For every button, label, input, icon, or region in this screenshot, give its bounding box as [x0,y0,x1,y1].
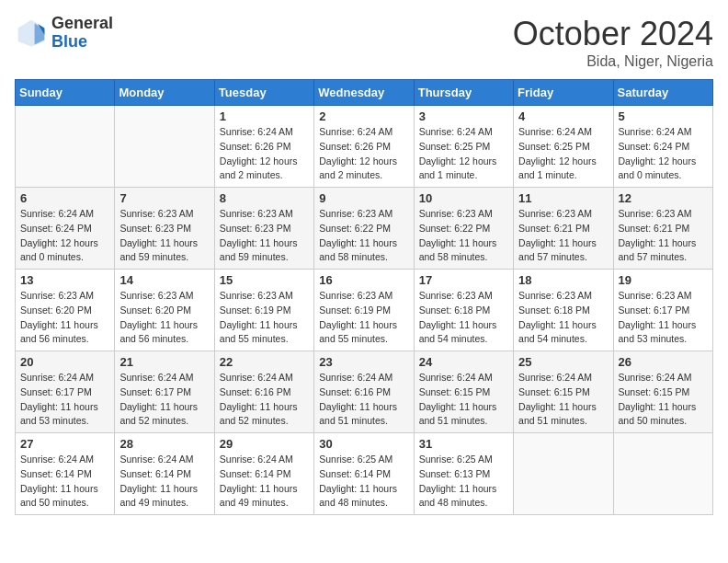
day-number: 27 [20,437,109,451]
calendar-week-row: 13Sunrise: 6:23 AMSunset: 6:20 PMDayligh… [16,270,713,351]
calendar-week-row: 6Sunrise: 6:24 AMSunset: 6:24 PMDaylight… [16,188,713,270]
day-info: Sunrise: 6:24 AMSunset: 6:24 PMDaylight:… [619,125,708,183]
day-number: 29 [220,437,309,451]
calendar-cell: 16Sunrise: 6:23 AMSunset: 6:19 PMDayligh… [314,270,414,351]
day-number: 10 [419,191,508,205]
weekday-header: Thursday [414,80,513,106]
calendar-cell: 23Sunrise: 6:24 AMSunset: 6:16 PMDayligh… [314,351,414,433]
calendar-table: SundayMondayTuesdayWednesdayThursdayFrid… [15,79,713,515]
calendar-cell: 13Sunrise: 6:23 AMSunset: 6:20 PMDayligh… [16,270,115,351]
weekday-header: Wednesday [314,80,414,106]
day-number: 5 [619,109,708,123]
calendar-cell: 6Sunrise: 6:24 AMSunset: 6:24 PMDaylight… [16,188,115,270]
day-info: Sunrise: 6:23 AMSunset: 6:21 PMDaylight:… [619,207,708,265]
calendar-week-row: 27Sunrise: 6:24 AMSunset: 6:14 PMDayligh… [16,433,713,515]
day-number: 8 [220,191,309,205]
day-info: Sunrise: 6:24 AMSunset: 6:25 PMDaylight:… [518,125,608,183]
location-title: Bida, Niger, Nigeria [513,53,713,70]
day-number: 21 [119,355,209,369]
day-info: Sunrise: 6:24 AMSunset: 6:17 PMDaylight:… [20,371,109,429]
day-info: Sunrise: 6:25 AMSunset: 6:13 PMDaylight:… [419,453,508,511]
day-number: 23 [319,355,408,369]
day-info: Sunrise: 6:23 AMSunset: 6:18 PMDaylight:… [419,289,508,347]
day-info: Sunrise: 6:24 AMSunset: 6:16 PMDaylight:… [220,371,309,429]
day-info: Sunrise: 6:23 AMSunset: 6:20 PMDaylight:… [119,289,209,347]
day-number: 26 [619,355,708,369]
day-number: 14 [119,273,209,287]
day-info: Sunrise: 6:23 AMSunset: 6:18 PMDaylight:… [518,289,608,347]
day-info: Sunrise: 6:23 AMSunset: 6:17 PMDaylight:… [619,289,708,347]
calendar-cell: 30Sunrise: 6:25 AMSunset: 6:14 PMDayligh… [314,433,414,515]
day-info: Sunrise: 6:24 AMSunset: 6:14 PMDaylight:… [220,453,309,511]
calendar-cell: 18Sunrise: 6:23 AMSunset: 6:18 PMDayligh… [514,270,613,351]
day-number: 30 [319,437,408,451]
calendar-cell: 19Sunrise: 6:23 AMSunset: 6:17 PMDayligh… [613,270,712,351]
logo-blue: Blue [51,33,113,52]
calendar-cell [514,433,613,515]
logo-text: General Blue [51,15,113,52]
day-number: 12 [619,191,708,205]
day-info: Sunrise: 6:24 AMSunset: 6:15 PMDaylight:… [619,371,708,429]
calendar-cell: 21Sunrise: 6:24 AMSunset: 6:17 PMDayligh… [115,351,214,433]
day-number: 16 [319,273,408,287]
day-info: Sunrise: 6:23 AMSunset: 6:19 PMDaylight:… [319,289,408,347]
calendar-cell: 31Sunrise: 6:25 AMSunset: 6:13 PMDayligh… [414,433,513,515]
weekday-header: Tuesday [214,80,313,106]
calendar-cell: 3Sunrise: 6:24 AMSunset: 6:25 PMDaylight… [414,106,513,188]
day-number: 19 [619,273,708,287]
calendar-cell [16,106,115,188]
calendar-cell: 2Sunrise: 6:24 AMSunset: 6:26 PMDaylight… [314,106,414,188]
calendar-cell: 26Sunrise: 6:24 AMSunset: 6:15 PMDayligh… [613,351,712,433]
day-info: Sunrise: 6:24 AMSunset: 6:26 PMDaylight:… [319,125,408,183]
title-block: October 2024 Bida, Niger, Nigeria [513,15,713,70]
calendar-cell: 9Sunrise: 6:23 AMSunset: 6:22 PMDaylight… [314,188,414,270]
calendar-cell: 4Sunrise: 6:24 AMSunset: 6:25 PMDaylight… [514,106,613,188]
day-number: 2 [319,109,408,123]
day-number: 25 [518,355,608,369]
calendar-cell: 28Sunrise: 6:24 AMSunset: 6:14 PMDayligh… [115,433,214,515]
weekday-header: Sunday [16,80,115,106]
calendar-cell: 24Sunrise: 6:24 AMSunset: 6:15 PMDayligh… [414,351,513,433]
day-info: Sunrise: 6:24 AMSunset: 6:14 PMDaylight:… [20,453,109,511]
calendar-cell: 29Sunrise: 6:24 AMSunset: 6:14 PMDayligh… [214,433,313,515]
day-number: 13 [20,273,109,287]
logo-general: General [51,15,113,33]
day-info: Sunrise: 6:23 AMSunset: 6:22 PMDaylight:… [419,207,508,265]
day-number: 3 [419,109,508,123]
day-info: Sunrise: 6:23 AMSunset: 6:19 PMDaylight:… [220,289,309,347]
day-info: Sunrise: 6:23 AMSunset: 6:23 PMDaylight:… [220,207,309,265]
calendar-cell: 8Sunrise: 6:23 AMSunset: 6:23 PMDaylight… [214,188,313,270]
day-number: 18 [518,273,608,287]
day-number: 9 [319,191,408,205]
page-header: General Blue October 2024 Bida, Niger, N… [15,15,713,70]
day-info: Sunrise: 6:24 AMSunset: 6:15 PMDaylight:… [518,371,608,429]
day-number: 22 [220,355,309,369]
weekday-header: Saturday [613,80,712,106]
day-info: Sunrise: 6:23 AMSunset: 6:20 PMDaylight:… [20,289,109,347]
day-number: 24 [419,355,508,369]
calendar-cell: 1Sunrise: 6:24 AMSunset: 6:26 PMDaylight… [214,106,313,188]
day-info: Sunrise: 6:24 AMSunset: 6:26 PMDaylight:… [220,125,309,183]
day-number: 4 [518,109,608,123]
calendar-cell [115,106,214,188]
calendar-cell: 27Sunrise: 6:24 AMSunset: 6:14 PMDayligh… [16,433,115,515]
day-number: 28 [119,437,209,451]
day-number: 1 [220,109,309,123]
weekday-header-row: SundayMondayTuesdayWednesdayThursdayFrid… [16,80,713,106]
day-info: Sunrise: 6:24 AMSunset: 6:16 PMDaylight:… [319,371,408,429]
weekday-header: Friday [514,80,613,106]
day-info: Sunrise: 6:24 AMSunset: 6:17 PMDaylight:… [119,371,209,429]
weekday-header: Monday [115,80,214,106]
day-info: Sunrise: 6:25 AMSunset: 6:14 PMDaylight:… [319,453,408,511]
day-number: 6 [20,191,109,205]
month-title: October 2024 [513,15,713,53]
calendar-cell: 10Sunrise: 6:23 AMSunset: 6:22 PMDayligh… [414,188,513,270]
day-info: Sunrise: 6:23 AMSunset: 6:23 PMDaylight:… [119,207,209,265]
day-number: 31 [419,437,508,451]
day-info: Sunrise: 6:23 AMSunset: 6:21 PMDaylight:… [518,207,608,265]
day-info: Sunrise: 6:23 AMSunset: 6:22 PMDaylight:… [319,207,408,265]
day-info: Sunrise: 6:24 AMSunset: 6:24 PMDaylight:… [20,207,109,265]
calendar-cell: 11Sunrise: 6:23 AMSunset: 6:21 PMDayligh… [514,188,613,270]
calendar-cell: 12Sunrise: 6:23 AMSunset: 6:21 PMDayligh… [613,188,712,270]
calendar-cell: 25Sunrise: 6:24 AMSunset: 6:15 PMDayligh… [514,351,613,433]
